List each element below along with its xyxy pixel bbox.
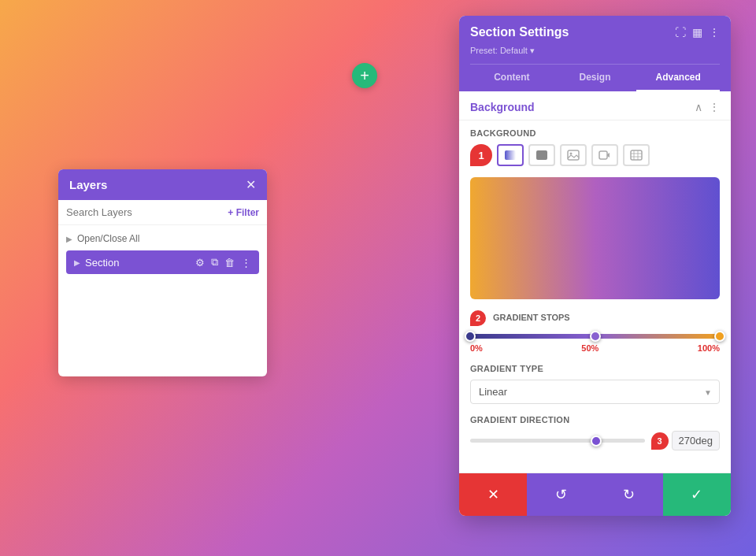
settings-more-icon[interactable]: ⋮ xyxy=(709,26,720,39)
gradient-direction-label: Gradient Direction xyxy=(470,415,720,424)
section-delete-icon[interactable]: 🗑 xyxy=(224,257,235,269)
stop-label-100: 100% xyxy=(698,343,720,353)
background-more-icon[interactable]: ⋮ xyxy=(709,101,720,113)
layers-body: ▶ Open/Close All ▶ Section ⚙ ⧉ 🗑 ⋮ xyxy=(58,225,267,376)
step1-badge: 1 xyxy=(470,144,492,166)
gradient-stop-100[interactable] xyxy=(714,331,725,342)
gradient-stop-50[interactable] xyxy=(590,331,601,342)
section-layer-row[interactable]: ▶ Section ⚙ ⧉ 🗑 ⋮ xyxy=(66,250,259,274)
settings-fullscreen-icon[interactable]: ⛶ xyxy=(675,26,686,39)
section-layer-label: Section xyxy=(85,257,195,269)
direction-track xyxy=(470,439,645,443)
step3-badge: 3 xyxy=(651,432,669,450)
section-settings-icon[interactable]: ⚙ xyxy=(195,257,205,269)
gradient-type-select[interactable]: Linear Radial xyxy=(470,380,720,404)
gradient-type-select-wrapper: Linear Radial ▼ xyxy=(470,380,720,404)
gradient-preview xyxy=(470,177,720,299)
open-close-label: Open/Close All xyxy=(77,233,139,244)
section-arrow-icon: ▶ xyxy=(74,258,80,267)
svg-rect-6 xyxy=(631,150,642,160)
step2-badge-inline: 2 xyxy=(470,310,486,326)
layers-title: Layers xyxy=(69,178,107,191)
section-duplicate-icon[interactable]: ⧉ xyxy=(211,256,218,269)
layers-search-input[interactable] xyxy=(66,206,221,218)
background-type-row: 1 xyxy=(470,144,720,166)
bg-type-gradient-icon[interactable] xyxy=(497,144,524,166)
stop-label-50: 50% xyxy=(581,343,598,353)
gradient-track xyxy=(470,334,720,339)
gradient-direction-group: Gradient Direction 3 270deg xyxy=(470,415,720,450)
settings-tabs: Content Design Advanced xyxy=(470,64,720,91)
background-section-actions: ∧ ⋮ xyxy=(695,101,720,113)
layers-filter-button[interactable]: + Filter xyxy=(228,207,259,218)
background-field-label: Background xyxy=(470,128,720,138)
gradient-type-label: Gradient Type xyxy=(470,364,720,373)
bg-type-video-icon[interactable] xyxy=(591,144,618,166)
stop-label-0: 0% xyxy=(470,343,483,353)
gradient-type-group: Gradient Type Linear Radial ▼ xyxy=(470,364,720,404)
layers-header: Layers ✕ xyxy=(58,169,267,200)
settings-inner: Background 1 xyxy=(459,120,731,473)
direction-thumb[interactable] xyxy=(591,436,602,447)
settings-panel-title: Section Settings xyxy=(470,25,569,39)
background-section-title: Background xyxy=(470,101,535,113)
gradient-stop-labels: 0% 50% 100% xyxy=(470,343,720,353)
settings-cancel-button[interactable]: ✕ xyxy=(459,473,527,516)
gradient-stop-0[interactable] xyxy=(465,331,476,342)
svg-rect-0 xyxy=(505,150,516,160)
svg-point-3 xyxy=(570,153,573,155)
section-more-icon[interactable]: ⋮ xyxy=(241,257,251,269)
gradient-stops-label: 2 Gradient Stops xyxy=(470,310,720,326)
layers-empty-space xyxy=(66,274,259,369)
svg-rect-1 xyxy=(536,150,547,160)
gradient-stops-slider[interactable] xyxy=(470,334,720,339)
layers-search-row: + Filter xyxy=(58,200,267,225)
settings-preset-label[interactable]: Preset: Default ▾ xyxy=(470,46,720,56)
bg-type-image-icon[interactable] xyxy=(560,144,587,166)
settings-title-row: Section Settings ⛶ ▦ ⋮ xyxy=(470,25,720,39)
background-section-header: Background ∧ ⋮ xyxy=(459,91,731,120)
settings-redo-button[interactable]: ↻ xyxy=(595,473,663,516)
tab-content[interactable]: Content xyxy=(470,65,554,91)
settings-footer: ✕ ↺ ↻ ✓ xyxy=(459,473,731,516)
bg-type-color-icon[interactable] xyxy=(528,144,555,166)
direction-value-wrapper: 3 270deg xyxy=(651,431,720,450)
settings-panel: Section Settings ⛶ ▦ ⋮ Preset: Default ▾… xyxy=(459,16,731,516)
layers-panel: Layers ✕ + Filter ▶ Open/Close All ▶ Sec… xyxy=(58,169,267,376)
gradient-direction-row: 3 270deg xyxy=(470,431,720,450)
open-close-arrow-icon: ▶ xyxy=(66,235,72,243)
settings-top-icons: ⛶ ▦ ⋮ xyxy=(675,26,720,39)
layers-open-close-toggle[interactable]: ▶ Open/Close All xyxy=(66,233,259,244)
gradient-direction-value[interactable]: 270deg xyxy=(672,431,720,450)
settings-save-button[interactable]: ✓ xyxy=(663,473,731,516)
settings-content: Background ∧ ⋮ Background 1 xyxy=(459,91,731,473)
layers-close-button[interactable]: ✕ xyxy=(246,177,256,192)
background-collapse-icon[interactable]: ∧ xyxy=(695,101,702,113)
settings-reset-button[interactable]: ↺ xyxy=(527,473,595,516)
tab-design[interactable]: Design xyxy=(554,65,637,91)
settings-columns-icon[interactable]: ▦ xyxy=(692,26,702,39)
section-layer-icons: ⚙ ⧉ 🗑 ⋮ xyxy=(195,256,251,269)
add-button[interactable]: + xyxy=(352,63,377,88)
svg-rect-4 xyxy=(599,151,607,159)
settings-topbar: Section Settings ⛶ ▦ ⋮ Preset: Default ▾… xyxy=(459,16,731,91)
gradient-direction-slider[interactable] xyxy=(470,439,645,443)
bg-type-pattern-icon[interactable] xyxy=(623,144,650,166)
svg-rect-2 xyxy=(568,150,579,160)
tab-advanced[interactable]: Advanced xyxy=(636,65,720,91)
